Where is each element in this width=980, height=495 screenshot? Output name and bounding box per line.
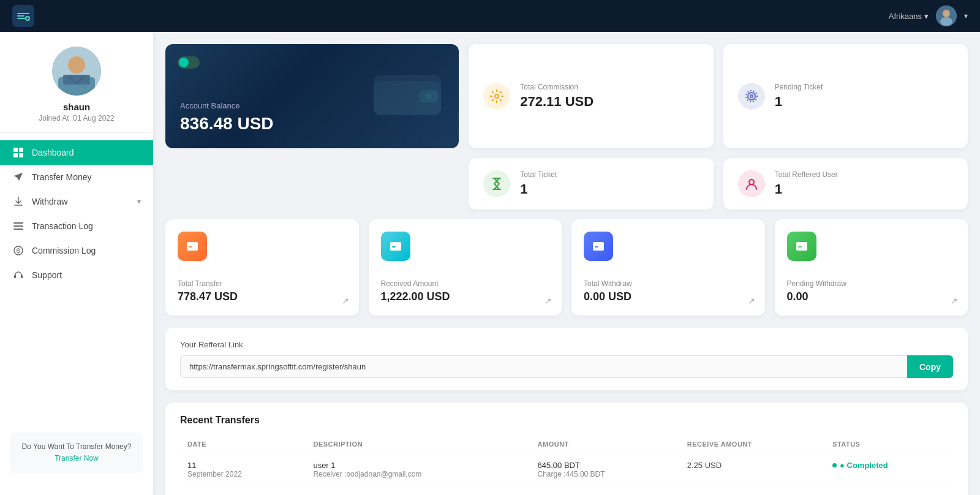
cell-receive-amount: 2.25 USD xyxy=(680,486,825,496)
pending-ticket-value: 1 xyxy=(775,94,823,110)
total-ticket-value: 1 xyxy=(520,181,557,197)
chevron-down-icon-user: ▾ xyxy=(964,12,968,20)
sidebar-item-support[interactable]: Support xyxy=(0,263,153,287)
total-withdraw-value: 0.00 USD xyxy=(584,290,753,303)
section-title: Recent Transfers xyxy=(180,415,953,426)
sidebar-username: shaun xyxy=(63,102,90,112)
sidebar-item-label: Withdraw xyxy=(32,197,67,206)
svg-rect-17 xyxy=(14,275,16,278)
gear-icon xyxy=(483,83,510,110)
grid-icon xyxy=(12,148,24,157)
sidebar-footer: Do You Want To Transfer Money? Transfer … xyxy=(10,433,143,473)
sidebar-item-transfer[interactable]: Transfer Money xyxy=(0,165,153,189)
svg-point-22 xyxy=(426,94,432,100)
pending-icon xyxy=(787,232,816,261)
total-ticket-card: Total Ticket 1 xyxy=(469,158,713,210)
arrow-icon: ↗ xyxy=(342,296,349,306)
stats-row-1: Account Balance 836.48 USD Total Commiss… xyxy=(165,44,968,148)
sidebar-item-transaction[interactable]: Transaction Log xyxy=(0,214,153,238)
receive-icon xyxy=(381,232,410,261)
total-commission-card: Total Commission 272.11 USD xyxy=(469,44,713,148)
cell-description: user 1 Receiver :oodjadnan@gmail.com xyxy=(306,453,530,486)
svg-rect-9 xyxy=(13,148,18,152)
svg-rect-34 xyxy=(796,242,807,251)
col-receive: RECEIVE AMOUNT xyxy=(680,436,825,453)
total-transfer-card: Total Transfer 778.47 USD ↗ xyxy=(165,219,359,316)
svg-rect-14 xyxy=(13,225,23,227)
cell-date: 11 September 2022 xyxy=(180,453,306,486)
svg-point-4 xyxy=(940,17,952,26)
referral-input[interactable] xyxy=(180,355,907,378)
pending-withdraw-card: Pending Withdraw 0.00 ↗ xyxy=(775,219,968,316)
avatar xyxy=(52,47,101,96)
sidebar-item-label: Commission Log xyxy=(32,246,96,255)
stats-row-2: Total Transfer 778.47 USD ↗ Received Amo… xyxy=(165,219,968,316)
download-icon xyxy=(12,197,24,206)
sidebar-item-label: Transaction Log xyxy=(32,221,93,231)
referral-section: Your Refferal Link Copy xyxy=(165,328,968,390)
arrow-icon: ↗ xyxy=(545,296,552,306)
pending-withdraw-label: Pending Withdraw xyxy=(787,279,956,288)
logo xyxy=(12,5,34,27)
col-date: DATE xyxy=(180,436,306,453)
sidebar-item-label: Support xyxy=(32,270,62,280)
arrow-icon: ↗ xyxy=(951,296,958,306)
sidebar-item-withdraw[interactable]: Withdraw ▾ xyxy=(0,189,153,214)
sidebar-footer-text: Do You Want To Transfer Money? xyxy=(22,442,132,451)
referral-label: Your Refferal Link xyxy=(180,340,953,349)
cell-description: user 1 Receiver :oodjadnan@gmail.com xyxy=(306,486,530,496)
col-desc: DESCRIPTION xyxy=(306,436,530,453)
layout: shaun Joined At :01 Aug 2022 Dashboard xyxy=(0,32,980,495)
svg-rect-30 xyxy=(390,242,401,251)
svg-rect-29 xyxy=(189,246,192,248)
svg-point-24 xyxy=(750,95,753,97)
cell-status: ● Completed xyxy=(825,486,953,496)
svg-point-3 xyxy=(943,10,950,17)
sidebar: shaun Joined At :01 Aug 2022 Dashboard xyxy=(0,32,153,495)
sidebar-item-dashboard[interactable]: Dashboard xyxy=(0,140,153,165)
svg-point-23 xyxy=(495,94,499,98)
svg-rect-13 xyxy=(13,222,23,224)
pending-ticket-label: Pending Ticket xyxy=(775,83,823,91)
list-icon xyxy=(12,221,24,231)
total-ticket-label: Total Ticket xyxy=(520,170,557,179)
pending-withdraw-value: 0.00 xyxy=(787,290,956,303)
main-content: Account Balance 836.48 USD Total Commiss… xyxy=(153,32,980,495)
transfer-icon xyxy=(178,232,207,261)
language-label: Afrikaans xyxy=(889,12,922,21)
toggle[interactable] xyxy=(178,56,200,69)
chevron-down-icon: ▾ xyxy=(924,12,929,21)
dollar-icon xyxy=(12,246,24,255)
sidebar-item-commission[interactable]: Commission Log xyxy=(0,238,153,263)
sidebar-joined: Joined At :01 Aug 2022 xyxy=(39,114,114,123)
received-amount-value: 1,222.00 USD xyxy=(381,290,550,303)
user-avatar-top[interactable] xyxy=(936,6,957,26)
cell-status: ● Completed xyxy=(825,453,953,486)
cell-amount: 645.00 BDT Charge :445.00 BDT xyxy=(530,453,680,486)
total-commission-value: 272.11 USD xyxy=(520,94,594,110)
svg-rect-18 xyxy=(21,275,23,278)
svg-rect-33 xyxy=(595,246,598,248)
svg-rect-31 xyxy=(392,246,396,248)
svg-rect-15 xyxy=(13,229,23,230)
transfers-table: DATE DESCRIPTION AMOUNT RECEIVE AMOUNT S… xyxy=(180,436,953,495)
recent-transfers: Recent Transfers DATE DESCRIPTION AMOUNT… xyxy=(165,402,968,495)
pending-ticket-card: Pending Ticket 1 xyxy=(723,44,968,148)
sidebar-transfer-link[interactable]: Transfer Now xyxy=(55,454,99,463)
sidebar-nav: Dashboard Transfer Money Withdraw ▾ xyxy=(0,140,153,423)
cell-amount: 645.00 BDT Charge :445.00 BDT xyxy=(530,486,680,496)
headset-icon xyxy=(12,270,24,280)
svg-rect-10 xyxy=(19,148,23,152)
total-transfer-label: Total Transfer xyxy=(178,279,347,288)
hourglass-icon xyxy=(483,170,510,197)
svg-rect-35 xyxy=(798,246,802,248)
stats-row-1b: Total Ticket 1 Total Reffered User 1 xyxy=(165,158,968,210)
received-amount-card: Received Amount 1,222.00 USD ↗ xyxy=(369,219,562,316)
table-row: 11 September 2022 user 1 Receiver :oodja… xyxy=(180,453,953,486)
svg-point-25 xyxy=(748,93,755,100)
svg-rect-28 xyxy=(187,242,198,251)
language-selector[interactable]: Afrikaans ▾ xyxy=(889,12,929,21)
copy-button[interactable]: Copy xyxy=(907,355,953,378)
chevron-down-icon: ▾ xyxy=(137,197,141,206)
send-icon xyxy=(12,172,24,182)
